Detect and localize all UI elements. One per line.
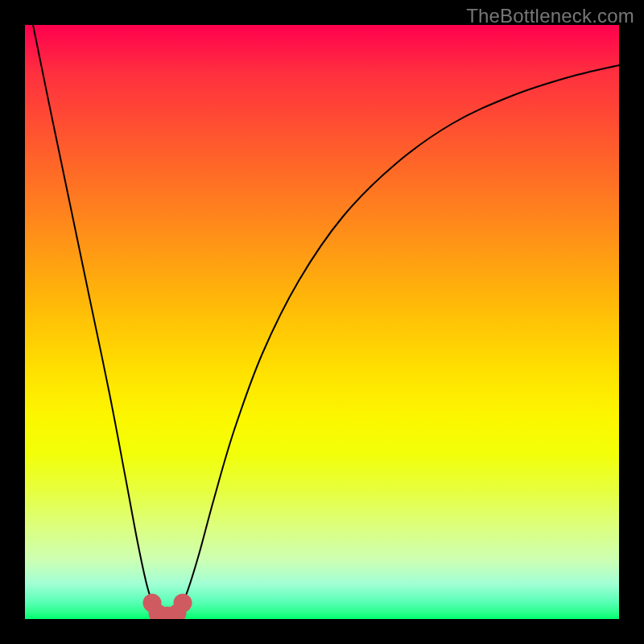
bottleneck-curve [33,25,619,618]
chart-svg-layer [25,25,619,619]
curve-minimum-markers [143,594,192,620]
watermark-text: TheBottleneck.com [466,5,634,27]
curve-marker [174,594,192,613]
chart-frame: TheBottleneck.com [0,0,644,644]
